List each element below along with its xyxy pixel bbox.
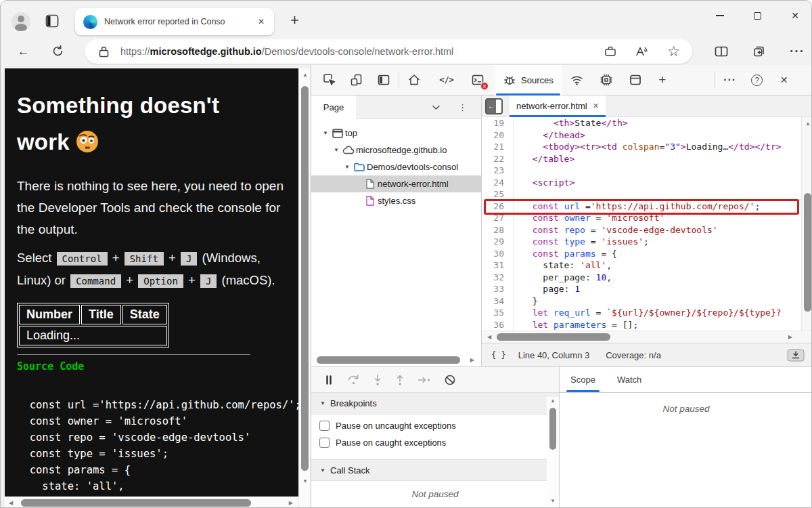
read-aloud-icon[interactable]: [635, 45, 650, 58]
line-number[interactable]: 26: [482, 200, 513, 213]
address-bar[interactable]: https://microsoftedge.github.io/Demos/de…: [85, 39, 692, 64]
minimize-button[interactable]: [716, 15, 724, 16]
scroll-up-arrow[interactable]: ▲: [805, 121, 811, 127]
line-number[interactable]: 34: [482, 295, 513, 308]
line-number[interactable]: 32: [482, 272, 513, 284]
tree-item-network-error-html[interactable]: network-error.html: [311, 175, 481, 192]
tree-item-styles-css[interactable]: styles.css: [311, 192, 481, 209]
editor-horizontal-scrollbar[interactable]: ◀ ▶: [482, 331, 812, 343]
line-number[interactable]: 31: [482, 259, 513, 272]
code-text[interactable]: </thead>: [513, 129, 812, 142]
code-text[interactable]: const owner = 'microsoft': [513, 212, 812, 224]
more-tabs-button[interactable]: +: [652, 70, 673, 90]
scroll-thumb[interactable]: [497, 333, 610, 341]
line-number[interactable]: 23: [482, 165, 513, 177]
split-screen-icon[interactable]: [714, 45, 729, 58]
tree-item-microsoftedge-github-io[interactable]: ▼microsoftedge.github.io: [311, 142, 481, 158]
code-text[interactable]: <th>State</th>: [513, 117, 812, 129]
code-line[interactable]: 26 const url ='https://api.github.com/re…: [482, 200, 812, 213]
expander-icon[interactable]: ▼: [332, 147, 341, 153]
line-number[interactable]: 24: [482, 177, 513, 189]
pretty-print-button[interactable]: { }: [491, 350, 506, 360]
code-text[interactable]: [513, 165, 812, 177]
code-line[interactable]: 34 }: [482, 295, 812, 308]
editor-tab-close[interactable]: ✕: [593, 102, 599, 110]
checkbox-unchecked[interactable]: [319, 421, 330, 431]
scroll-thumb[interactable]: [21, 499, 251, 507]
sidebar-horizontal-scrollbar[interactable]: ▶: [314, 356, 462, 364]
step-button[interactable]: [418, 375, 431, 385]
expander-icon[interactable]: ▼: [342, 164, 352, 170]
editor-tab[interactable]: network-error.html ✕: [510, 96, 606, 117]
code-text[interactable]: let parameters = [];: [513, 319, 812, 331]
line-number[interactable]: 25: [482, 188, 513, 200]
debugger-vertical-scrollbar[interactable]: ▲ ▼: [547, 397, 559, 505]
code-area[interactable]: 19 <th>State</th>20 </thead>21 <tbody><t…: [482, 117, 812, 331]
code-text[interactable]: const params = {: [513, 248, 812, 260]
breakpoints-section-header[interactable]: ▼ Breakpoints: [311, 393, 559, 415]
code-text[interactable]: <tbody><tr><td colspan="3">Loading…</td>…: [513, 141, 812, 153]
pause-button[interactable]: [323, 375, 334, 385]
code-text[interactable]: const repo = 'vscode-edge-devtools': [513, 224, 812, 236]
code-line[interactable]: 27 const owner = 'microsoft': [482, 212, 812, 224]
exception-checkbox-row[interactable]: Pause on caught exceptions: [311, 434, 559, 451]
code-line[interactable]: 19 <th>State</th>: [482, 117, 812, 129]
new-tab-button[interactable]: +: [288, 12, 302, 28]
code-text[interactable]: }: [513, 295, 812, 308]
line-number[interactable]: 19: [482, 117, 513, 129]
checkbox-unchecked[interactable]: [319, 438, 330, 448]
browser-tab[interactable]: Network error reported in Conso ✕: [75, 8, 274, 35]
tree-item-top[interactable]: ▼top: [311, 125, 481, 142]
help-button[interactable]: ?: [747, 70, 767, 90]
code-line[interactable]: 35 let req_url = `${url}/${owner}/${repo…: [482, 307, 812, 319]
scroll-thumb[interactable]: [549, 408, 556, 450]
code-text[interactable]: const url ='https://api.github.com/repos…: [513, 200, 812, 213]
call-stack-section-header[interactable]: ▼ Call Stack: [311, 459, 559, 481]
line-number[interactable]: 33: [482, 283, 513, 295]
line-number[interactable]: 27: [482, 212, 513, 224]
close-window-button[interactable]: ✕: [791, 10, 799, 21]
line-number[interactable]: 30: [482, 248, 513, 260]
code-line[interactable]: 30 const params = {: [482, 248, 812, 260]
code-line[interactable]: 31 state: 'all',: [482, 259, 812, 272]
code-line[interactable]: 23: [482, 165, 812, 177]
scroll-right-arrow[interactable]: ▶: [470, 358, 474, 363]
code-line[interactable]: 25: [482, 188, 812, 200]
line-number[interactable]: 35: [482, 307, 513, 319]
code-line[interactable]: 29 const type = 'issues';: [482, 236, 812, 248]
code-line[interactable]: 32 per_page: 10,: [482, 272, 812, 284]
maximize-button[interactable]: [754, 12, 761, 20]
performance-tab[interactable]: [596, 70, 616, 90]
scroll-down-arrow[interactable]: ▼: [302, 479, 308, 484]
tab-actions-button[interactable]: [44, 13, 60, 29]
expander-icon[interactable]: ▼: [321, 130, 330, 136]
tab-watch[interactable]: Watch: [606, 366, 652, 392]
scroll-left-arrow[interactable]: ◀: [487, 335, 491, 340]
elements-tab[interactable]: </>: [436, 70, 457, 90]
tab-scope[interactable]: Scope: [560, 366, 606, 392]
device-emulation-button[interactable]: [346, 70, 367, 90]
step-over-button[interactable]: [347, 374, 360, 385]
refresh-button[interactable]: [51, 45, 64, 58]
code-line[interactable]: 22 </table>: [482, 153, 812, 165]
chevron-down-icon[interactable]: [432, 104, 441, 110]
customize-devtools-button[interactable]: ···: [720, 70, 740, 90]
line-number[interactable]: 29: [482, 236, 513, 248]
step-into-button[interactable]: [373, 374, 382, 386]
code-text[interactable]: const type = 'issues';: [513, 236, 812, 248]
favorite-star-button[interactable]: ☆: [667, 44, 680, 58]
code-text[interactable]: let req_url = `${url}/${owner}/${repo}/$…: [513, 307, 812, 319]
tree-item-demos-devtools-consol[interactable]: ▼Demos/devtools-consol: [311, 158, 481, 175]
scroll-up-arrow[interactable]: ▲: [550, 398, 556, 404]
code-line[interactable]: 21 <tbody><tr><td colspan="3">Loading…</…: [482, 141, 812, 153]
network-tab[interactable]: [567, 70, 587, 90]
code-text[interactable]: per_page: 10,: [513, 272, 812, 284]
collections-icon[interactable]: [752, 44, 767, 58]
code-line[interactable]: 36 let parameters = [];: [482, 319, 812, 331]
welcome-tab[interactable]: [404, 70, 424, 90]
pane-menu-button[interactable]: ⋮: [458, 102, 467, 112]
profile-avatar-button[interactable]: [12, 12, 30, 31]
work-briefcase-icon[interactable]: [604, 45, 617, 58]
page-horizontal-scrollbar[interactable]: ◀ ▶: [5, 496, 298, 508]
back-button[interactable]: ←: [17, 45, 30, 58]
